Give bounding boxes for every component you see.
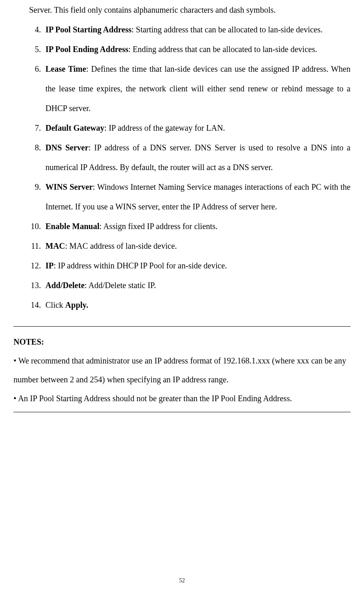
page-number: 52 <box>0 577 364 584</box>
notes-bullet: • An IP Pool Starting Address should not… <box>14 389 350 408</box>
list-item-desc: : IP address within DHCP IP Pool for an-… <box>54 261 227 270</box>
list-item-term: MAC <box>45 241 65 250</box>
list-item-desc: : Defines the time that lan-side devices… <box>45 64 350 113</box>
list-item-desc: : Assign fixed IP address for clients. <box>99 222 218 231</box>
list-item: Default Gateway: IP address of the gatew… <box>43 118 350 138</box>
list-item: IP Pool Starting Address: Starting addre… <box>43 20 350 39</box>
continuation-line: Server. This field only contains alphanu… <box>29 0 350 20</box>
notes-heading: NOTES: <box>14 332 350 351</box>
document-page: Server. This field only contains alphanu… <box>0 0 364 602</box>
notes-block: NOTES: • We recommend that administrator… <box>14 326 350 412</box>
list-item-desc: : MAC address of lan-side device. <box>65 241 177 250</box>
list-item-term: Apply. <box>65 300 88 309</box>
list-item-prefix: Click <box>45 300 65 309</box>
list-item-term: Lease Time <box>45 64 86 73</box>
list-item: Click Apply. <box>43 295 350 315</box>
list-item-term: IP <box>45 261 54 270</box>
numbered-list: IP Pool Starting Address: Starting addre… <box>14 20 350 315</box>
list-item-term: IP Pool Ending Address <box>45 45 128 54</box>
notes-bullet: • We recommend that administrator use an… <box>14 351 350 389</box>
list-item-term: Add/Delete <box>45 281 85 290</box>
list-item: Add/Delete: Add/Delete static IP. <box>43 275 350 295</box>
list-item: MAC: MAC address of lan-side device. <box>43 236 350 256</box>
list-item-desc: : IP address of a DNS server. DNS Server… <box>45 143 350 172</box>
list-item-term: Default Gateway <box>45 123 104 132</box>
list-item: Lease Time: Defines the time that lan-si… <box>43 59 350 118</box>
list-item: DNS Server: IP address of a DNS server. … <box>43 138 350 177</box>
list-item: IP Pool Ending Address: Ending address t… <box>43 39 350 59</box>
list-item: WINS Server: Windows Internet Naming Ser… <box>43 177 350 216</box>
list-item-desc: : Starting address that can be allocated… <box>131 25 323 34</box>
list-item: Enable Manual: Assign fixed IP address f… <box>43 216 350 236</box>
list-item-desc: : IP address of the gateway for LAN. <box>104 123 225 132</box>
list-item-desc: : Ending address that can be allocated t… <box>128 45 317 54</box>
list-item-desc: : Add/Delete static IP. <box>85 281 156 290</box>
list-item-term: WINS Server <box>45 182 93 191</box>
list-item-term: DNS Server <box>45 143 88 152</box>
list-item: IP: IP address within DHCP IP Pool for a… <box>43 256 350 275</box>
list-item-term: IP Pool Starting Address <box>45 25 131 34</box>
list-item-term: Enable Manual <box>45 222 99 231</box>
